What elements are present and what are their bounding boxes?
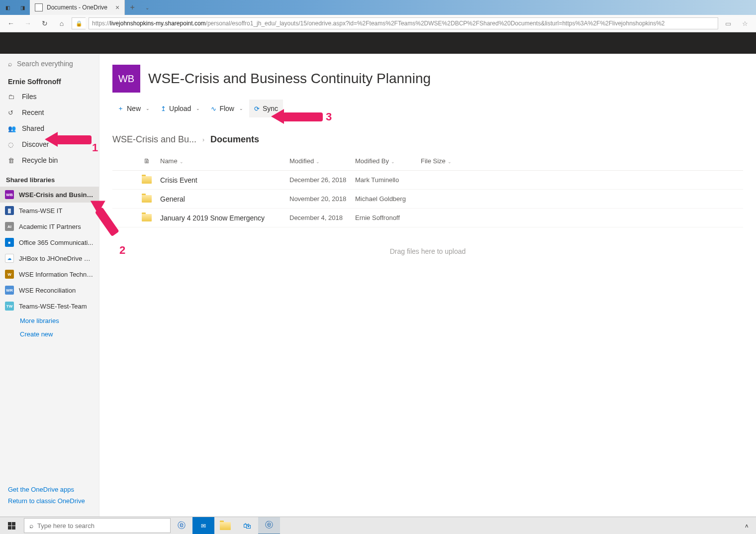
ie-icon[interactable]: ⓔ bbox=[171, 517, 192, 534]
chevron-down-icon: ⌄ bbox=[316, 159, 320, 164]
sidebar: ⌕ Ernie Soffronoff 🗀Files ↺Recent 👥Share… bbox=[0, 54, 99, 517]
tab-title: Documents - OneDrive bbox=[47, 4, 107, 11]
nav-discover[interactable]: ◌Discover bbox=[0, 136, 99, 152]
table-row[interactable]: Crisis Event December 26, 2018 Mark Tumi… bbox=[112, 171, 743, 190]
size-column[interactable]: File Size⌄ bbox=[421, 157, 480, 165]
shared-icon: 👥 bbox=[8, 125, 16, 132]
chevron-down-icon: ⌄ bbox=[448, 159, 452, 164]
explorer-icon[interactable] bbox=[214, 517, 236, 534]
close-tab-icon[interactable]: × bbox=[115, 3, 119, 11]
lib-jhbox[interactable]: ☁JHBox to JHOneDrive Mi... bbox=[0, 250, 99, 266]
main-content: WB WSE-Crisis and Business Continuity Pl… bbox=[99, 54, 756, 517]
breadcrumb-current: Documents bbox=[210, 134, 259, 145]
chevron-down-icon: ⌄ bbox=[239, 106, 243, 111]
url-host: livejohnshopkins-my.sharepoint.com bbox=[110, 20, 206, 27]
start-button[interactable] bbox=[0, 517, 23, 534]
tray-chevron-icon[interactable]: ᴧ bbox=[739, 517, 754, 534]
search-input[interactable] bbox=[17, 60, 104, 68]
folder-icon bbox=[142, 195, 152, 203]
tab-menu-icon[interactable]: ⌄ bbox=[140, 5, 155, 10]
favorite-icon[interactable]: ☆ bbox=[738, 16, 752, 30]
address-bar[interactable]: https://livejohnshopkins-my.sharepoint.c… bbox=[89, 17, 718, 29]
lib-wse-recon[interactable]: WRWSE Reconciliation bbox=[0, 282, 99, 298]
lib-icon: TW bbox=[5, 302, 14, 311]
table-header: 🗎 Name⌄ Modified⌄ Modified By⌄ File Size… bbox=[112, 152, 743, 171]
lock-icon[interactable]: 🔒 bbox=[72, 17, 86, 29]
lib-icon: ▓ bbox=[5, 206, 14, 215]
forward-button[interactable]: → bbox=[21, 16, 35, 30]
chevron-down-icon: ⌄ bbox=[196, 106, 200, 111]
url-pre: https:// bbox=[92, 20, 110, 27]
search-icon: ⌕ bbox=[29, 522, 33, 530]
plus-icon: ＋ bbox=[117, 104, 124, 113]
flow-button[interactable]: ∿Flow⌄ bbox=[206, 100, 248, 117]
system-tray: ᴧ bbox=[739, 517, 756, 534]
reading-view-icon[interactable]: ▭ bbox=[721, 16, 735, 30]
lib-wse-crisis[interactable]: WBWSE-Crisis and Busines... bbox=[0, 187, 99, 203]
taskbar-search-input[interactable] bbox=[37, 522, 165, 530]
lib-academic-it[interactable]: AIAcademic IT Partners bbox=[0, 218, 99, 234]
type-column-icon[interactable]: 🗎 bbox=[135, 157, 158, 165]
browser-tab[interactable]: Documents - OneDrive × bbox=[30, 0, 125, 15]
modified-column[interactable]: Modified⌄ bbox=[289, 157, 355, 165]
outlook-icon[interactable]: ✉ bbox=[192, 517, 214, 534]
new-tab-button[interactable]: + bbox=[125, 3, 140, 12]
modified-by-column[interactable]: Modified By⌄ bbox=[355, 157, 421, 165]
file-table: 🗎 Name⌄ Modified⌄ Modified By⌄ File Size… bbox=[112, 152, 743, 275]
table-row[interactable]: January 4 2019 Snow Emergency December 4… bbox=[112, 209, 743, 227]
user-name: Ernie Soffronoff bbox=[0, 74, 99, 89]
folder-icon bbox=[142, 214, 152, 221]
shared-libraries-heading: Shared libraries bbox=[0, 168, 99, 187]
refresh-button[interactable]: ↻ bbox=[38, 16, 52, 30]
store-icon[interactable]: 🛍 bbox=[236, 517, 258, 534]
nav-shared[interactable]: 👥Shared bbox=[0, 120, 99, 136]
suite-bar bbox=[0, 32, 756, 54]
classic-link[interactable]: Return to classic OneDrive bbox=[8, 495, 91, 507]
sidebar-footer: Get the OneDrive apps Return to classic … bbox=[0, 479, 99, 517]
new-button[interactable]: ＋New⌄ bbox=[112, 100, 155, 117]
set-aside-icon[interactable]: ◨ bbox=[15, 0, 30, 15]
page-icon bbox=[35, 3, 43, 11]
lib-icon: ■ bbox=[5, 238, 14, 247]
chevron-down-icon: ⌄ bbox=[180, 159, 184, 164]
home-button[interactable]: ⌂ bbox=[55, 16, 69, 30]
nav-recycle[interactable]: 🗑Recycle bin bbox=[0, 152, 99, 168]
lib-teams-wse-it[interactable]: ▓Teams-WSE IT bbox=[0, 203, 99, 218]
tab-preview-icon[interactable]: ◧ bbox=[0, 0, 15, 15]
site-title: WSE-Crisis and Business Continuity Plann… bbox=[148, 71, 431, 87]
more-libraries-link[interactable]: More libraries bbox=[0, 314, 99, 327]
name-column[interactable]: Name⌄ bbox=[158, 157, 289, 165]
site-header: WB WSE-Crisis and Business Continuity Pl… bbox=[112, 54, 743, 98]
browser-navbar: ← → ↻ ⌂ 🔒 https://livejohnshopkins-my.sh… bbox=[0, 15, 756, 32]
chevron-down-icon: ⌄ bbox=[391, 159, 395, 164]
lib-test-team[interactable]: TWTeams-WSE-Test-Team bbox=[0, 298, 99, 314]
lib-o365-comm[interactable]: ■Office 365 Communicati... bbox=[0, 234, 99, 250]
edge-icon[interactable]: ⓔ bbox=[258, 517, 280, 534]
get-apps-link[interactable]: Get the OneDrive apps bbox=[8, 484, 91, 495]
table-row[interactable]: General November 20, 2018 Michael Goldbe… bbox=[112, 190, 743, 209]
nav-files[interactable]: 🗀Files bbox=[0, 89, 99, 105]
create-new-link[interactable]: Create new bbox=[0, 327, 99, 341]
lib-icon: W bbox=[5, 270, 14, 279]
lib-icon: WR bbox=[5, 286, 14, 295]
sync-icon: ⟳ bbox=[254, 105, 260, 112]
taskbar: ⌕ ⓔ ✉ 🛍 ⓔ ᴧ bbox=[0, 517, 756, 534]
lib-icon: AI bbox=[5, 222, 14, 231]
command-bar: ＋New⌄ ↥Upload⌄ ∿Flow⌄ ⟳Sync bbox=[112, 98, 743, 119]
url-path: /personal/esoffro1_jh_edu/_layouts/15/on… bbox=[206, 20, 665, 27]
nav-list: 🗀Files ↺Recent 👥Shared ◌Discover 🗑Recycl… bbox=[0, 89, 99, 168]
trash-icon: 🗑 bbox=[8, 157, 16, 164]
taskbar-search[interactable]: ⌕ bbox=[24, 518, 171, 533]
upload-button[interactable]: ↥Upload⌄ bbox=[156, 100, 205, 117]
back-button[interactable]: ← bbox=[4, 16, 18, 30]
lib-icon: WB bbox=[5, 190, 14, 199]
lib-wse-it[interactable]: WWSE Information Techno... bbox=[0, 266, 99, 282]
site-logo: WB bbox=[112, 65, 140, 93]
breadcrumb-root[interactable]: WSE-Crisis and Bu... bbox=[112, 134, 196, 145]
search-row[interactable]: ⌕ bbox=[0, 54, 99, 74]
nav-recent[interactable]: ↺Recent bbox=[0, 105, 99, 120]
sync-button[interactable]: ⟳Sync bbox=[249, 100, 283, 117]
upload-icon: ↥ bbox=[161, 105, 166, 112]
recent-icon: ↺ bbox=[8, 109, 16, 116]
chevron-down-icon: ⌄ bbox=[146, 106, 150, 111]
